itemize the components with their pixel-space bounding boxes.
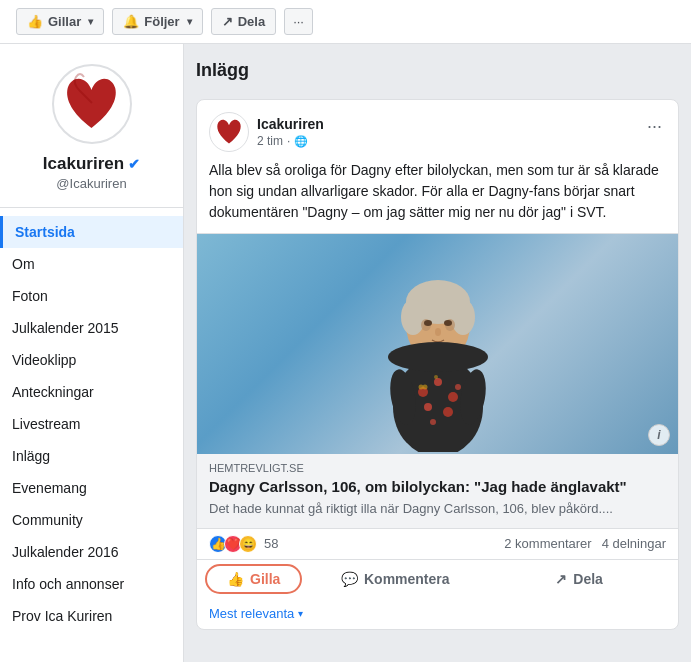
svg-point-21 [444,320,452,326]
reaction-emojis: 👍 ❤️ 😄 [209,535,254,553]
relevance-chevron-icon: ▾ [298,608,303,619]
svg-point-20 [424,320,432,326]
nav-list: Startsida Om Foton Julkalender 2015 Vide… [0,208,183,640]
more-options-button[interactable]: ··· [284,8,313,35]
svg-point-3 [448,392,458,402]
reactions-left: 👍 ❤️ 😄 58 [209,535,278,553]
follow-page-label: Följer [144,14,179,29]
post-author-details: Icakuriren 2 tim · 🌐 [257,116,324,148]
sidebar-item-inlagg[interactable]: Inlägg [0,440,183,472]
svg-point-17 [451,299,475,335]
like-page-label: Gillar [48,14,81,29]
svg-point-7 [455,384,461,390]
sidebar-item-julkalender2016[interactable]: Julkalender 2016 [0,536,183,568]
post-meta: 2 tim · 🌐 [257,134,324,148]
link-preview-meta: HEMTREVLIGT.SE Dagny Carlsson, 106, om b… [197,454,678,528]
follow-page-button[interactable]: 🔔 Följer ▾ [112,8,202,35]
page-wrapper: 👍 Gillar ▾ 🔔 Följer ▾ ↗ Dela ··· [0,0,691,662]
sidebar-item-foton[interactable]: Foton [0,280,183,312]
svg-point-5 [443,407,453,417]
svg-point-23 [388,342,488,372]
post-avatar [209,112,249,152]
svg-point-4 [424,403,432,411]
post-body-text: Alla blev så oroliga för Dagny efter bil… [197,160,678,233]
kommentera-button[interactable]: 💬 Kommentera [304,564,486,594]
like-page-button[interactable]: 👍 Gillar ▾ [16,8,104,35]
link-source: HEMTREVLIGT.SE [209,462,666,474]
profile-section: Icakuriren ✔ @Icakuriren [0,44,183,208]
avatar [52,64,132,144]
more-dots-icon: ··· [293,14,304,29]
haha-reaction: 😄 [239,535,257,553]
reaction-count: 58 [264,536,278,551]
reactions-bar: 👍 ❤️ 😄 58 2 kommentarer 4 delningar [197,528,678,559]
share-page-button[interactable]: ↗ Dela [211,8,276,35]
sidebar-item-evenemang[interactable]: Evenemang [0,472,183,504]
post-time: 2 tim [257,134,283,148]
svg-point-10 [434,375,438,379]
post-author-name: Icakuriren [257,116,324,132]
link-description: Det hade kunnat gå riktigt illa när Dagn… [209,500,666,518]
post-author-info: Icakuriren 2 tim · 🌐 [209,112,324,152]
relevance-label: Mest relevanta [209,606,294,621]
svg-point-22 [435,328,441,336]
sidebar-item-videoklipp[interactable]: Videoklipp [0,344,183,376]
info-button[interactable]: i [648,424,670,446]
share-icon: ↗ [222,14,233,29]
relevance-bar[interactable]: Mest relevanta ▾ [197,598,678,629]
kommentera-label: Kommentera [364,571,450,587]
sidebar-item-community[interactable]: Community [0,504,183,536]
section-title: Inlägg [196,56,679,89]
link-preview-image: i [197,234,678,454]
sidebar-item-anteckningar[interactable]: Anteckningar [0,376,183,408]
main-layout: Icakuriren ✔ @Icakuriren Startsida Om Fo… [0,44,691,662]
share-action-icon: ↗ [555,571,567,587]
share-count[interactable]: 4 delningar [602,536,666,551]
sidebar-item-info[interactable]: Info och annonser [0,568,183,600]
post-card: Icakuriren 2 tim · 🌐 ··· Alla blev så or… [196,99,679,630]
sidebar-item-om[interactable]: Om [0,248,183,280]
link-title: Dagny Carlsson, 106, om bilolyckan: "Jag… [209,477,666,497]
verified-badge: ✔ [128,156,140,172]
post-header: Icakuriren 2 tim · 🌐 ··· [197,100,678,160]
globe-icon: 🌐 [294,135,308,148]
post-options-button[interactable]: ··· [643,112,666,141]
dela-label: Dela [573,571,603,587]
dagny-photo [358,237,518,452]
comment-count[interactable]: 2 kommentarer [504,536,591,551]
sidebar-item-livestream[interactable]: Livestream [0,408,183,440]
chevron-down-icon: ▾ [88,16,93,27]
top-action-bar: 👍 Gillar ▾ 🔔 Följer ▾ ↗ Dela ··· [0,0,691,44]
sidebar-item-julkalender2015[interactable]: Julkalender 2015 [0,312,183,344]
link-preview[interactable]: i HEMTREVLIGT.SE Dagny Carlsson, 106, om… [197,233,678,528]
bell-icon: 🔔 [123,14,139,29]
dela-button[interactable]: ↗ Dela [488,564,670,594]
svg-point-2 [434,378,442,386]
svg-point-16 [401,299,425,335]
sidebar-item-prov[interactable]: Prov Ica Kuriren [0,600,183,632]
sidebar-item-startsida[interactable]: Startsida [0,216,183,248]
comment-action-icon: 💬 [341,571,358,587]
post-actions: 👍 Gilla 💬 Kommentera ↗ Dela [197,559,678,598]
thumbs-up-icon: 👍 [27,14,43,29]
gilla-button[interactable]: 👍 Gilla [205,564,302,594]
svg-point-9 [422,384,427,389]
reactions-right: 2 kommentarer 4 delningar [504,536,666,551]
gilla-label: Gilla [250,571,280,587]
content-area: Inlägg Icakuriren 2 tim [184,44,691,662]
sidebar: Icakuriren ✔ @Icakuriren Startsida Om Fo… [0,44,184,662]
chevron-down-icon-follow: ▾ [187,16,192,27]
profile-handle: @Icakuriren [56,176,126,191]
post-avatar-heart-icon [215,116,243,148]
heart-logo-icon [62,69,122,139]
profile-name: Icakuriren ✔ [43,154,140,174]
svg-point-6 [430,419,436,425]
thumbs-up-action-icon: 👍 [227,571,244,587]
share-page-label: Dela [238,14,265,29]
